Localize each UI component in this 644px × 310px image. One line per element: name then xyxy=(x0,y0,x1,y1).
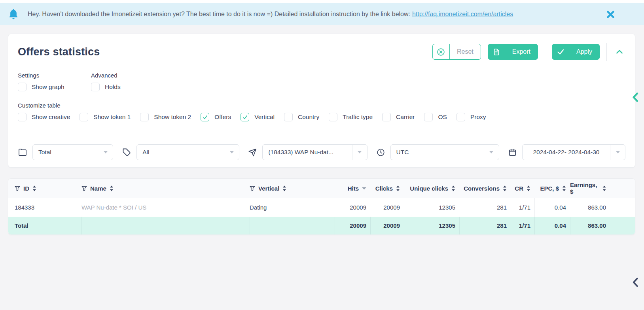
total-conversions: 281 xyxy=(459,217,511,234)
table-header-row: ID Name Vertical Hits Clicks Unique clic… xyxy=(8,179,635,198)
panel-collapse-chevron-left-icon[interactable] xyxy=(632,92,639,102)
checkbox-carrier[interactable]: Carrier xyxy=(382,113,415,121)
checkbox-show-graph[interactable]: Show graph xyxy=(18,83,91,91)
chevron-down-icon[interactable] xyxy=(484,145,499,160)
checkbox-country[interactable]: Country xyxy=(284,113,319,121)
total-vertical-cell xyxy=(250,217,335,234)
group-by-dropdown[interactable]: Total xyxy=(32,144,113,160)
checkbox-box[interactable] xyxy=(18,83,27,91)
checkbox-box[interactable] xyxy=(201,113,209,121)
sort-icon xyxy=(32,185,36,191)
checkbox-label: Traffic type xyxy=(343,113,373,121)
advanced-label: Advanced xyxy=(91,72,121,79)
total-name-cell xyxy=(81,217,250,234)
column-header-id[interactable]: ID xyxy=(8,185,81,192)
filter-funnel-icon xyxy=(250,185,255,191)
checkbox-label: Proxy xyxy=(470,113,486,121)
date-range-dropdown[interactable]: 2024-04-22- 2024-04-30 xyxy=(522,144,625,160)
column-header-conversions[interactable]: Conversions xyxy=(459,185,511,192)
checkbox-label: Offers xyxy=(214,113,231,121)
checkbox-box[interactable] xyxy=(456,113,465,121)
cell-cr: 1/71 xyxy=(511,204,534,211)
tag-dropdown[interactable]: All xyxy=(136,144,239,160)
export-button[interactable]: Export xyxy=(488,44,538,60)
settings-advanced-row: Settings Show graph Advanced Holds xyxy=(8,61,635,91)
column-header-epc[interactable]: EPC, $ xyxy=(534,185,570,192)
close-icon[interactable] xyxy=(607,11,614,18)
filter-group-date-range: 2024-04-22- 2024-04-30 xyxy=(508,144,625,160)
checkbox-show-token-2[interactable]: Show token 2 xyxy=(140,113,191,121)
column-header-name[interactable]: Name xyxy=(81,185,250,192)
document-icon xyxy=(488,44,505,59)
notification-link[interactable]: http://faq.imonetizeit.com/en/articles xyxy=(412,11,513,17)
total-earnings: 863.00 xyxy=(570,217,635,234)
chevron-down-icon[interactable] xyxy=(98,145,113,160)
column-header-clicks[interactable]: Clicks xyxy=(370,185,404,192)
checkbox-box[interactable] xyxy=(18,113,27,121)
checkbox-box[interactable] xyxy=(140,113,149,121)
checkbox-box[interactable] xyxy=(284,113,293,121)
checkbox-box[interactable] xyxy=(424,113,433,121)
export-button-label: Export xyxy=(505,48,538,55)
checkbox-proxy[interactable]: Proxy xyxy=(456,113,486,121)
checkbox-box[interactable] xyxy=(91,83,100,91)
cell-earnings: 863.00 xyxy=(570,204,635,211)
checkbox-traffic-type[interactable]: Traffic type xyxy=(329,113,373,121)
column-header-hits[interactable]: Hits xyxy=(335,185,370,192)
sort-desc-icon xyxy=(362,187,366,190)
checkbox-label: Country xyxy=(298,113,319,121)
cell-vertical: Dating xyxy=(250,204,335,211)
top-white-strip xyxy=(0,0,644,3)
chevron-down-icon[interactable] xyxy=(610,145,625,160)
cell-id: 184333 xyxy=(8,204,81,211)
checkbox-os[interactable]: OS xyxy=(424,113,447,121)
checkbox-box[interactable] xyxy=(329,113,337,121)
offer-dropdown[interactable]: (184333) WAP Nu-dat... xyxy=(262,144,367,160)
checkbox-holds[interactable]: Holds xyxy=(91,83,121,91)
checkbox-box[interactable] xyxy=(241,113,249,121)
customize-table-section: Customize table Show creative Show token… xyxy=(8,91,635,121)
checkbox-vertical[interactable]: Vertical xyxy=(241,113,275,121)
offers-statistics-panel: Offers statistics Reset Ex xyxy=(8,34,635,168)
filter-funnel-icon xyxy=(81,185,87,191)
column-header-unique-clicks[interactable]: Unique clicks xyxy=(404,185,459,192)
checkbox-label: OS xyxy=(438,113,447,121)
notification-bar: Hey. Haven't downloaded the Imonetizeit … xyxy=(0,3,644,25)
cell-unique-clicks: 12305 xyxy=(404,204,459,211)
checkbox-offers[interactable]: Offers xyxy=(201,113,231,121)
dropdown-value: 2024-04-22- 2024-04-30 xyxy=(523,149,610,156)
settings-group: Settings Show graph xyxy=(18,72,91,91)
apply-button[interactable]: Apply xyxy=(552,44,600,60)
cell-epc: 0.04 xyxy=(534,198,570,217)
chevron-down-icon[interactable] xyxy=(224,145,239,160)
timezone-dropdown[interactable]: UTC xyxy=(390,144,499,160)
reset-button[interactable]: Reset xyxy=(432,44,481,60)
sort-icon xyxy=(527,185,530,191)
apply-button-label: Apply xyxy=(569,48,599,55)
folder-icon xyxy=(18,147,27,157)
settings-label: Settings xyxy=(18,72,91,79)
column-label: Conversions xyxy=(464,185,500,192)
checkbox-show-creative[interactable]: Show creative xyxy=(18,113,70,121)
check-icon xyxy=(552,44,569,59)
checkbox-box[interactable] xyxy=(80,113,88,121)
checkbox-label: Carrier xyxy=(396,113,415,121)
sort-icon xyxy=(110,185,114,191)
chevron-up-icon[interactable] xyxy=(614,46,625,58)
column-label: Unique clicks xyxy=(410,185,448,192)
column-header-cr[interactable]: CR xyxy=(511,185,534,192)
column-header-earnings[interactable]: Earnings, $ xyxy=(570,181,635,195)
dropdown-value: (184333) WAP Nu-dat... xyxy=(263,149,352,156)
send-icon xyxy=(248,148,257,157)
bottom-collapse-chevron-left-icon[interactable] xyxy=(632,277,639,287)
checkbox-show-token-1[interactable]: Show token 1 xyxy=(80,113,131,121)
chevron-down-icon[interactable] xyxy=(352,145,367,160)
filters-row: Total All (184333) WAP Nu-dat... xyxy=(8,137,635,167)
column-header-vertical[interactable]: Vertical xyxy=(250,185,335,192)
filter-funnel-icon xyxy=(15,185,20,191)
checkbox-label: Show token 2 xyxy=(154,113,191,121)
total-label: Total xyxy=(8,217,81,234)
clock-icon xyxy=(376,148,385,157)
sort-icon xyxy=(602,185,606,191)
checkbox-box[interactable] xyxy=(382,113,391,121)
